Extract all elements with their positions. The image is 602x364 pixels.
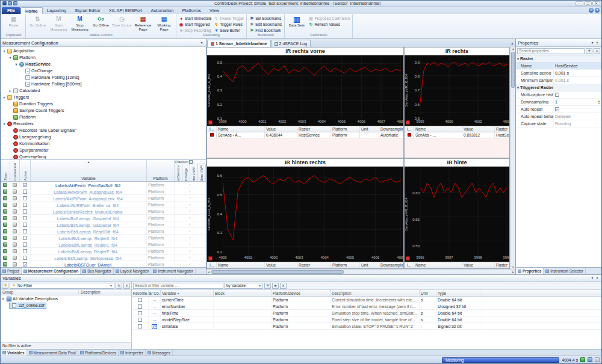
favorite-checkbox[interactable] (138, 318, 142, 322)
col-group[interactable]: Group (1, 290, 79, 295)
mc-table-row[interactable]: Labels/AktRtPwm_Breite_us_f64Platform✓✓✓… (1, 202, 206, 208)
data-sets-button[interactable]: Data Sets (287, 14, 306, 33)
variable-name[interactable]: Labels/BSFQuer_DAnteil (31, 261, 147, 267)
property-capture-state[interactable]: Capture stateRunning (516, 120, 601, 128)
mc-table-row[interactable]: Labels/AktFemb_PwmGasSoll_f64Platform✓✓✓… (1, 182, 206, 188)
variable-row[interactable]: errorNumberPlatformError number of last … (132, 303, 601, 310)
paste-button[interactable]: Paste (4, 14, 23, 33)
vertical-scrollbar[interactable]: ▲ ▼ (510, 47, 515, 269)
active-checkbox[interactable] (23, 183, 27, 187)
tab-bus-navigator[interactable]: Bus Navigator (81, 268, 114, 274)
stop-recording-button[interactable]: Stop Recording (178, 28, 212, 33)
find-bookmark-button[interactable]: Find Bookmark (249, 28, 282, 33)
tree-item-querregelung[interactable]: Querregelung (1, 153, 206, 160)
stop-measuring-button[interactable]: Stop Measuring (70, 14, 90, 33)
help-icon[interactable]: ? (595, 8, 600, 13)
col-variable[interactable]: ▲ Variable (31, 160, 147, 181)
mc-table-row[interactable]: Labels/BsfLaengs_Regler0_f64Platform✓✓✓✓ (1, 235, 206, 241)
variables-col-block[interactable]: Block (214, 290, 272, 296)
working-page-button[interactable]: Working Page (154, 14, 174, 33)
variables-col-favorite[interactable]: Favorite (132, 290, 149, 296)
chevron-down-icon[interactable]: ▾ (594, 48, 600, 54)
proposed-calibration-button[interactable]: Proposed Calibration (308, 16, 350, 21)
mc-table-row[interactable]: Labels/BSFQuer_DAnteilPlatform✓✓✓✓ (1, 261, 206, 267)
scroll-right-icon[interactable]: ► (512, 270, 515, 274)
checkbox[interactable] (555, 93, 559, 97)
search-by-dropdown[interactable]: by Variable ▼ (225, 283, 263, 289)
tab-instrument-navigator[interactable]: Instrument Navigator (151, 268, 195, 274)
expander-icon[interactable]: ▾ (2, 122, 7, 126)
tree-item-calculated[interactable]: ▸Calculated (1, 87, 206, 94)
ribbon-tab-platforms[interactable]: Platforms (178, 7, 205, 14)
property-auto-repeat-behavior[interactable]: Auto repeat behaviorDelayed (516, 113, 601, 120)
undo-icon[interactable] (13, 1, 17, 5)
properties-search-input[interactable] (517, 48, 585, 54)
edit-bookmarks-button[interactable]: Edit Bookmarks (249, 22, 282, 27)
tree-item-spurparameter[interactable]: Spurparameter (1, 147, 206, 153)
property-section-raster[interactable]: ▾Raster (516, 55, 601, 63)
variable-name[interactable]: Labels/BsfLaengs_Gaspedal_f64 (31, 215, 147, 221)
property-name[interactable]: NameHostService (516, 63, 601, 70)
tree-item-hardware-polling-500ms[interactable]: Hardware Polling [500ms] (1, 81, 206, 87)
tree-item-duration-triggers[interactable]: Duration Triggers (1, 100, 206, 107)
document-tab-2-dspace-log[interactable]: 2 dSPACE Log (271, 40, 311, 47)
tab-measurement-configuration[interactable]: Measurement Configuration (22, 268, 81, 274)
save-icon[interactable] (8, 1, 12, 5)
resize-grip-icon[interactable] (595, 357, 600, 362)
mc-table-row[interactable]: Labels/BsfLaengs_Gaspedal_f64Platform✓✓✓… (1, 221, 206, 228)
legend-row[interactable]: SenAbs - ...0.893812HostServicePlatform (405, 132, 509, 138)
tree-item-acquisition[interactable]: ▾Acquisition (1, 48, 206, 54)
tree-item-laengsregelung[interactable]: Laengsregelung (1, 134, 206, 140)
active-checkbox[interactable] (23, 190, 27, 194)
refresh-values-button[interactable]: Refresh Values (308, 22, 350, 27)
variables-col-variable[interactable]: Variable▲ (161, 290, 214, 296)
mc-table-row[interactable]: Labels/AktRtPwm_AusgangGas_f64Platform✓✓… (1, 188, 206, 195)
spinner-down-icon[interactable]: ▼ (598, 102, 600, 105)
active-checkbox[interactable] (23, 196, 27, 200)
tree-item-all-variable-descriptions[interactable]: ▾ All Variable Descriptions (1, 295, 131, 302)
mc-table-row[interactable]: Labels/BsfLaengs_Stellgroesse_f64Platfor… (1, 254, 206, 261)
tree-item-ccf-online-sdf[interactable]: ccf_online.sdf (1, 302, 131, 309)
mc-table-row[interactable]: Labels/BsfLaengs_ReglerP_f64Platform✓✓✓✓ (1, 248, 206, 254)
active-checkbox[interactable] (23, 242, 27, 247)
filter-funnel-icon[interactable] (2, 283, 8, 289)
edit-filter-icon[interactable]: ✎ (116, 283, 122, 289)
variables-col-type[interactable]: Type (436, 290, 482, 296)
filter-funnel-icon[interactable] (586, 48, 592, 54)
tree-item-sample-count-triggers[interactable]: Sample Count Triggers (1, 107, 206, 114)
expander-icon[interactable]: ▾ (14, 62, 19, 66)
variable-name[interactable]: Labels/BsfLaengs_Regler1_f64 (31, 241, 147, 247)
col-connected[interactable]: Connected (10, 160, 20, 181)
close-icon[interactable]: ✕ (595, 276, 600, 280)
file-menu-button[interactable]: File (2, 7, 20, 14)
variable-name[interactable]: Labels/BsfLaengs_Gaspedal_f64 (31, 221, 147, 227)
time-cursor-button[interactable]: Time Cursor (112, 14, 132, 33)
scroll-up-icon[interactable]: ▲ (512, 47, 515, 51)
variable-name[interactable]: Labels/BsfLaengs_RegelDiff_f64 (31, 228, 147, 234)
tab-platforms-devices[interactable]: Platforms/Devices (78, 350, 119, 356)
expander-icon[interactable]: ▾ (1, 297, 5, 301)
tab-layout-navigator[interactable]: Layout Navigator (114, 268, 152, 274)
col-platform[interactable]: Platform (147, 160, 175, 181)
trigger-rules-button[interactable]: Trigger Rules (213, 22, 244, 27)
property-multi-capture-history[interactable]: Multi-capture history (516, 91, 601, 99)
plot-canvas[interactable]: SenAbs_xVR_K_f640.50.40.30.20.1399940004… (207, 55, 403, 126)
clear-filter-icon[interactable]: ✕ (123, 283, 130, 289)
tab-instrument-selector[interactable]: Instrument Selector (544, 268, 586, 274)
tree-item-triggers[interactable]: ▾Triggers (1, 94, 206, 100)
plot-canvas[interactable]: SenAbs_xHR_K_f640.60.50.40.30.2400040014… (207, 167, 403, 262)
property-sampling-period[interactable]: Sampling period0.001 s (516, 70, 601, 77)
plot-canvas[interactable]: SenAbs_yHR_K_f640.600.550.50399639973998… (405, 167, 509, 262)
ribbon-tab-signal-editor[interactable]: Signal Editor (70, 7, 105, 14)
col-active[interactable]: Active (20, 160, 31, 181)
tab-messages[interactable]: Messages (146, 350, 173, 356)
raster-column-hostservice[interactable]: HostService (175, 164, 182, 181)
collapse-ribbon-icon[interactable]: ^ (589, 8, 594, 13)
tree-item-recorder-alle-label-signale[interactable]: Recorder "alle Label-Signale" (1, 127, 206, 134)
tree-item-recorders[interactable]: ▾Recorders (1, 120, 206, 127)
variable-row[interactable]: simStatePlatformSimulation state: STOP=0… (132, 323, 601, 330)
tree-item-platform[interactable]: Platform (1, 114, 206, 120)
tree-item-hostservice[interactable]: ▾HostService (1, 61, 206, 67)
filter-dropdown[interactable]: No Filter ▼ (10, 283, 114, 289)
variable-search-input[interactable] (133, 283, 223, 289)
